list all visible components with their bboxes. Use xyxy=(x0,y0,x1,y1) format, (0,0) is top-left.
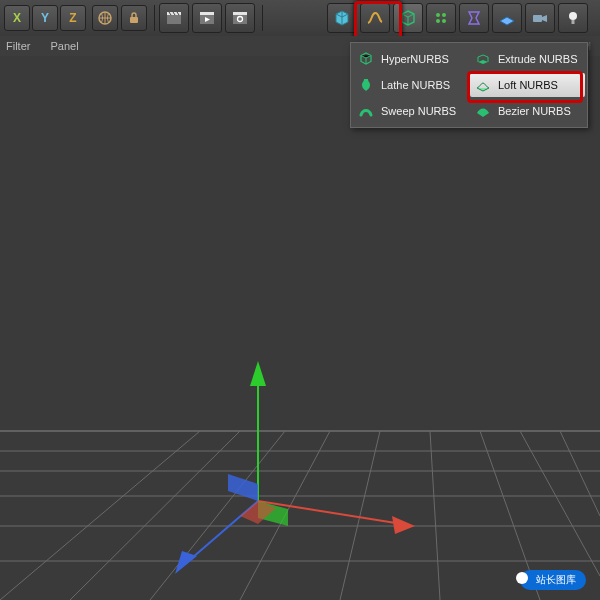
lock-icon xyxy=(127,11,141,25)
popup-item-label: HyperNURBS xyxy=(381,53,449,65)
svg-line-23 xyxy=(70,431,240,600)
add-array-button[interactable] xyxy=(426,3,456,33)
popup-item-sweep[interactable]: Sweep NURBS xyxy=(353,99,468,123)
array-icon xyxy=(431,8,451,28)
svg-rect-8 xyxy=(200,12,214,15)
axis-z-button[interactable]: Z xyxy=(60,5,86,31)
render-view-button[interactable] xyxy=(159,3,189,33)
clapper-gear-icon xyxy=(231,9,249,27)
add-spline-button[interactable] xyxy=(360,3,390,33)
popup-item-label: Extrude NURBS xyxy=(498,53,577,65)
nurbs-popup: HyperNURBS Extrude NURBS Lathe NURBS Lof… xyxy=(350,42,588,128)
extrude-icon xyxy=(474,50,492,68)
svg-rect-17 xyxy=(533,15,542,22)
add-camera-button[interactable] xyxy=(525,3,555,33)
popup-item-extrude[interactable]: Extrude NURBS xyxy=(470,47,585,71)
svg-rect-1 xyxy=(130,17,138,23)
toolbar-separator xyxy=(154,5,155,31)
axis-gizmo xyxy=(175,361,415,574)
popup-item-label: Bezier NURBS xyxy=(498,105,571,117)
menu-filter[interactable]: Filter xyxy=(6,40,30,52)
svg-point-16 xyxy=(442,19,446,23)
svg-marker-37 xyxy=(250,361,266,386)
svg-point-14 xyxy=(442,13,446,17)
viewport-3d[interactable] xyxy=(0,56,600,600)
globe-icon xyxy=(97,10,113,26)
popup-item-label: Loft NURBS xyxy=(498,79,558,91)
popup-item-loft[interactable]: Loft NURBS xyxy=(470,73,585,97)
svg-rect-20 xyxy=(572,20,575,24)
vase-icon xyxy=(357,76,375,94)
svg-line-30 xyxy=(560,431,600,516)
popup-item-label: Lathe NURBS xyxy=(381,79,450,91)
svg-marker-41 xyxy=(175,551,197,574)
axis-x-button[interactable]: X xyxy=(4,5,30,31)
toolbar-separator xyxy=(262,5,263,31)
add-environment-button[interactable] xyxy=(492,3,522,33)
add-cube-button[interactable] xyxy=(327,3,357,33)
add-deformer-button[interactable] xyxy=(459,3,489,33)
clapper-play-icon xyxy=(198,9,216,27)
cube-icon xyxy=(357,50,375,68)
menu-panel[interactable]: Panel xyxy=(50,40,78,52)
world-toggle-button[interactable] xyxy=(92,5,118,31)
svg-point-15 xyxy=(436,19,440,23)
axis-y-button[interactable]: Y xyxy=(32,5,58,31)
cube-icon xyxy=(332,8,352,28)
lock-toggle-button[interactable] xyxy=(121,5,147,31)
camera-icon xyxy=(530,8,550,28)
svg-line-27 xyxy=(430,431,440,600)
loft-icon xyxy=(474,76,492,94)
site-badge: 站长图库 xyxy=(520,570,586,590)
svg-rect-2 xyxy=(167,15,181,24)
deformer-icon xyxy=(464,8,484,28)
clapper-icon xyxy=(165,9,183,27)
svg-rect-11 xyxy=(233,12,247,15)
popup-item-label: Sweep NURBS xyxy=(381,105,456,117)
svg-point-13 xyxy=(436,13,440,17)
light-icon xyxy=(563,8,583,28)
popup-item-lathe[interactable]: Lathe NURBS xyxy=(353,73,468,97)
viewport-canvas xyxy=(0,56,600,600)
render-picture-button[interactable] xyxy=(192,3,222,33)
badge-label: 站长图库 xyxy=(536,573,576,587)
add-light-button[interactable] xyxy=(558,3,588,33)
add-nurbs-button[interactable] xyxy=(393,3,423,33)
svg-point-19 xyxy=(569,12,577,20)
sweep-icon xyxy=(357,102,375,120)
nurbs-cage-icon xyxy=(398,8,418,28)
spline-icon xyxy=(365,8,385,28)
floor-icon xyxy=(497,8,517,28)
svg-line-29 xyxy=(520,431,600,576)
render-settings-button[interactable] xyxy=(225,3,255,33)
main-toolbar: X Y Z xyxy=(0,0,600,37)
svg-marker-18 xyxy=(542,15,547,22)
svg-marker-39 xyxy=(392,516,415,534)
popup-item-bezier[interactable]: Bezier NURBS xyxy=(470,99,585,123)
popup-item-hypernurbs[interactable]: HyperNURBS xyxy=(353,47,468,71)
bezier-icon xyxy=(474,102,492,120)
axis-group: X Y Z xyxy=(4,5,86,31)
